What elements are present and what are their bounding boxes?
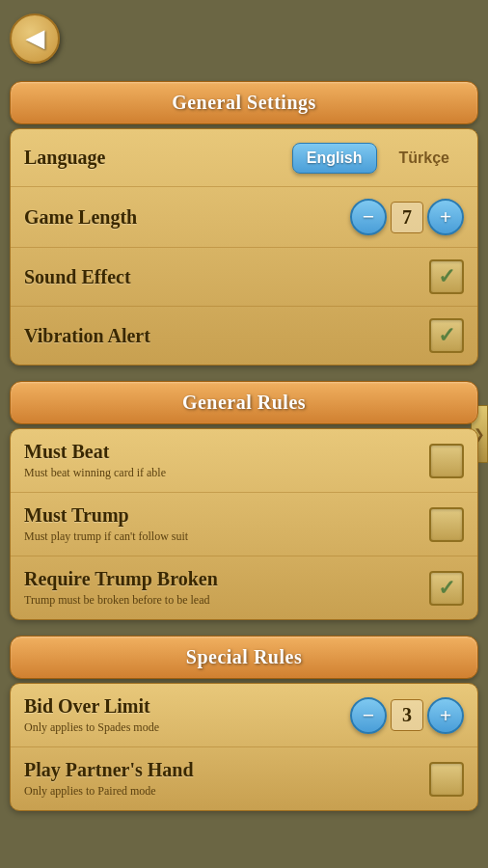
special-rules-title: Special Rules [186, 646, 302, 667]
language-row: Language English Türkçe [11, 129, 477, 187]
must-trump-row: Must Trump Must play trump if can't foll… [11, 493, 477, 556]
vibration-alert-row: Vibration Alert [11, 307, 477, 365]
require-trump-broken-label: Require Trump Broken [24, 568, 218, 590]
general-settings-title: General Settings [172, 92, 316, 113]
must-beat-sublabel: Must beat winning card if able [24, 466, 166, 480]
must-trump-sublabel: Must play trump if can't follow suit [24, 529, 188, 544]
game-length-plus-button[interactable]: + [427, 199, 464, 235]
must-trump-label: Must Trump [24, 504, 188, 527]
must-trump-checkbox[interactable] [429, 507, 464, 542]
special-rules-header: Special Rules [10, 636, 478, 679]
language-label: Language [24, 147, 105, 169]
back-arrow-icon: ◀ [26, 25, 43, 52]
general-rules-header: General Rules [10, 381, 478, 424]
play-partners-hand-label: Play Partner's Hand [24, 759, 194, 781]
general-settings-header: General Settings [10, 81, 478, 124]
general-settings-section: General Settings Language English Türkçe… [10, 81, 478, 366]
must-beat-row: Must Beat Must beat winning card if able [11, 429, 477, 493]
special-rules-section: Special Rules Bid Over Limit Only applie… [10, 636, 478, 811]
language-turkish-button[interactable]: Türkçe [385, 143, 464, 174]
general-rules-section: General Rules Must Beat Must beat winnin… [10, 381, 478, 620]
vibration-alert-label: Vibration Alert [24, 325, 150, 347]
bid-over-limit-label-group: Bid Over Limit Only applies to Spades mo… [24, 695, 159, 735]
general-rules-body: Must Beat Must beat winning card if able… [10, 428, 478, 620]
game-length-stepper: − 7 + [350, 199, 464, 235]
require-trump-broken-row: Require Trump Broken Trump must be broke… [11, 556, 477, 619]
language-english-button[interactable]: English [292, 143, 377, 174]
game-length-value: 7 [391, 202, 423, 233]
bid-over-limit-stepper: − 3 + [350, 697, 464, 734]
special-rules-body: Bid Over Limit Only applies to Spades mo… [10, 683, 478, 811]
bid-over-limit-minus-button[interactable]: − [350, 697, 387, 734]
sound-effect-row: Sound Effect [11, 248, 477, 307]
must-beat-checkbox[interactable] [429, 444, 464, 478]
general-settings-body: Language English Türkçe Game Length − 7 … [10, 128, 478, 366]
require-trump-broken-sublabel: Trump must be broken before to be lead [24, 593, 218, 608]
language-options: English Türkçe [292, 143, 464, 174]
bid-over-limit-row: Bid Over Limit Only applies to Spades mo… [11, 684, 477, 747]
require-trump-broken-label-group: Require Trump Broken Trump must be broke… [24, 568, 218, 608]
play-partners-hand-checkbox[interactable] [429, 762, 464, 797]
must-beat-label: Must Beat [24, 441, 166, 463]
bid-over-limit-plus-button[interactable]: + [427, 697, 464, 734]
game-length-minus-button[interactable]: − [350, 199, 387, 235]
sound-effect-checkbox[interactable] [429, 259, 464, 294]
play-partners-hand-sublabel: Only applies to Paired mode [24, 784, 194, 799]
back-button[interactable]: ◀ [10, 14, 60, 64]
play-partners-hand-label-group: Play Partner's Hand Only applies to Pair… [24, 759, 194, 799]
sound-effect-label: Sound Effect [24, 266, 131, 288]
scroll-area: General Settings Language English Türkçe… [0, 0, 488, 868]
game-length-label: Game Length [24, 206, 137, 229]
vibration-alert-checkbox[interactable] [429, 318, 464, 353]
must-trump-label-group: Must Trump Must play trump if can't foll… [24, 504, 188, 544]
bid-over-limit-value: 3 [391, 699, 423, 731]
must-beat-label-group: Must Beat Must beat winning card if able [24, 441, 166, 480]
require-trump-broken-checkbox[interactable] [429, 571, 464, 606]
bid-over-limit-sublabel: Only applies to Spades mode [24, 720, 159, 735]
game-length-row: Game Length − 7 + [11, 187, 477, 248]
bid-over-limit-label: Bid Over Limit [24, 695, 159, 718]
general-rules-title: General Rules [182, 392, 306, 413]
play-partners-hand-row: Play Partner's Hand Only applies to Pair… [11, 747, 477, 810]
